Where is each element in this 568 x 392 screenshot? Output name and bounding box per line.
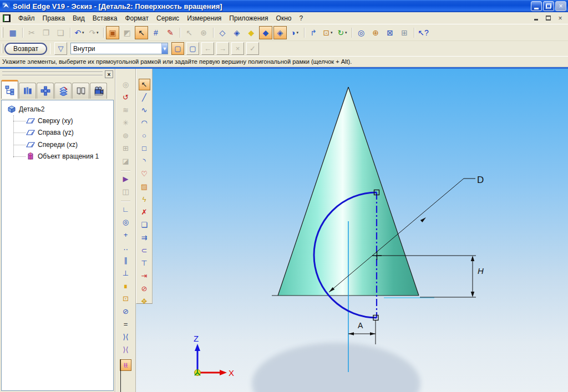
menu-file[interactable]: Файл <box>14 13 39 23</box>
diameter-label[interactable]: D <box>477 175 484 185</box>
curve-button[interactable]: ∿ <box>139 104 150 116</box>
select-overlap-button[interactable]: ◩ <box>120 26 134 39</box>
view-shaded-button[interactable]: ◆ <box>245 26 258 39</box>
thin-region-button[interactable]: ▶ <box>120 173 131 185</box>
tree-item-part[interactable]: Деталь2 <box>7 103 44 115</box>
menu-applications[interactable]: Приложения <box>225 13 272 23</box>
view-sphere-button[interactable]: ◑ ▾ <box>288 26 301 39</box>
undo-button[interactable]: ↶ ▾ <box>73 26 86 39</box>
arc-button[interactable]: ◠ <box>139 117 150 129</box>
select-overlap-mode-button[interactable]: ▢ <box>186 42 199 55</box>
tab-animation[interactable] <box>90 83 107 99</box>
redo-button[interactable]: ↷ ▾ <box>87 26 100 39</box>
dropdown-arrow-icon[interactable]: ▾ <box>97 30 99 35</box>
copy-button[interactable]: ❐ <box>39 26 53 39</box>
mdi-minimize-button[interactable] <box>531 14 540 22</box>
equal-button[interactable]: = <box>120 318 131 330</box>
rotate-view-button[interactable]: ↻ ▾ <box>336 26 349 39</box>
pattern-rosette-button[interactable]: ✳ <box>120 117 131 129</box>
trim-button[interactable]: ϟ <box>139 194 150 205</box>
select-tool-button[interactable]: ↖ <box>135 26 148 39</box>
tree-item-front-plane[interactable]: Спереди (xz) <box>2 139 113 151</box>
edgebar-drag-handle[interactable] <box>2 72 103 76</box>
dropdown-arrow-icon[interactable]: ▾ <box>296 30 298 35</box>
view-wireframe-button[interactable]: ◇ <box>216 26 229 39</box>
dropdown-arrow-icon[interactable]: ▾ <box>331 30 333 35</box>
save-button[interactable]: ▦ <box>6 26 19 39</box>
toolbar-grip[interactable] <box>2 27 3 38</box>
minimize-button[interactable] <box>531 1 542 11</box>
pattern-wave-button[interactable]: ≋ <box>120 104 131 116</box>
select-frame-button[interactable]: ▣ <box>106 26 119 39</box>
rectangle-button[interactable]: □ <box>139 142 150 154</box>
menu-help[interactable]: ? <box>295 13 307 23</box>
concentric-button[interactable]: ◎ <box>120 216 131 228</box>
region-box-button[interactable]: ◫ <box>120 186 131 197</box>
menu-window[interactable]: Окно <box>272 13 296 23</box>
menu-measure[interactable]: Измерения <box>183 13 225 23</box>
title-bar[interactable]: Solid Edge V19 - Эскиз - [Деталь2: Повер… <box>0 0 568 12</box>
grid-button[interactable]: # <box>149 26 163 39</box>
include-button[interactable]: ❏ <box>139 219 150 231</box>
dropdown-arrow-icon[interactable]: ▾ <box>345 30 347 35</box>
line-button[interactable]: ╱ <box>139 91 150 103</box>
dropdown-arrow-icon[interactable]: ▾ <box>82 30 84 35</box>
restore-button[interactable] <box>543 1 554 11</box>
mdi-close-button[interactable]: × <box>556 14 565 22</box>
close-button[interactable]: × <box>555 1 566 11</box>
zoom-area-button[interactable]: ◎ <box>354 26 368 39</box>
fit-button[interactable]: ⊠ <box>383 26 397 39</box>
circle-button[interactable]: ○ <box>139 130 150 141</box>
move-button[interactable]: ✥ <box>139 296 150 307</box>
tab-feature-pathfinder[interactable] <box>1 80 18 99</box>
view-shaded-edges-button[interactable]: ◆ <box>259 26 272 39</box>
view-config-button[interactable]: ⊡ ▾ <box>321 26 334 39</box>
attach-button[interactable]: ⊛ <box>197 26 210 39</box>
stretch-button[interactable]: ⇥ <box>139 270 150 282</box>
contour-button[interactable]: ♡ <box>139 168 150 180</box>
trim-corner-button[interactable]: ✗ <box>139 206 150 218</box>
cancel-button[interactable]: × <box>231 42 244 55</box>
menu-insert[interactable]: Вставка <box>89 13 121 23</box>
zoom-button[interactable]: ⊕ <box>369 26 382 39</box>
tree-item-revolve[interactable]: Объект вращения 1 <box>2 151 113 163</box>
menu-format[interactable]: Формат <box>121 13 153 23</box>
perpendicular-button[interactable]: ⊥ <box>120 267 131 279</box>
view-visible-hidden-button[interactable]: ◈ <box>273 26 287 39</box>
pattern-fill-button[interactable]: ◪ <box>120 155 131 167</box>
symmetric-button[interactable]: ⟩⟨ <box>120 331 131 343</box>
menu-edit[interactable]: Правка <box>39 13 69 23</box>
symmetric-offset-button[interactable]: ⊂ <box>139 245 150 256</box>
paste-button[interactable]: ❑ <box>54 26 67 39</box>
offset-button[interactable]: ⇉ <box>139 232 150 243</box>
offset-label[interactable]: A <box>358 321 363 330</box>
viewport-canvas[interactable]: D H A <box>115 69 568 392</box>
fillet-button[interactable]: ◝ <box>139 155 150 167</box>
accept-button[interactable]: ✓ <box>246 42 259 55</box>
select-arrow-button[interactable]: ↖ <box>139 79 150 90</box>
view-hidden-edges-button[interactable]: ◈ <box>230 26 244 39</box>
midpoint-button[interactable]: + <box>120 229 131 241</box>
symmetry-axis-button[interactable]: ŧŧ <box>120 359 131 371</box>
menu-view[interactable]: Вид <box>69 13 89 23</box>
sketch-edit-button[interactable]: ✎ <box>164 26 177 39</box>
connect-button[interactable]: ∟ <box>120 203 131 215</box>
help-button[interactable]: ↖? <box>417 26 430 39</box>
toolbar-grip-2[interactable] <box>2 44 3 53</box>
tab-library[interactable] <box>19 83 36 99</box>
circle-feature-button[interactable]: ◎ <box>120 79 131 90</box>
cut-button[interactable]: ✂ <box>25 26 38 39</box>
select-inside-mode-button[interactable]: ▢ <box>171 42 184 55</box>
height-label[interactable]: H <box>478 266 484 276</box>
tab-layers[interactable] <box>54 83 72 99</box>
prev-button[interactable]: ← <box>201 42 214 55</box>
fix-dimension-button[interactable]: ⊡ <box>120 293 131 304</box>
parallel-button[interactable]: ∥ <box>120 254 131 266</box>
edgebar-close-button[interactable]: × <box>105 70 113 78</box>
mdi-restore-button[interactable] <box>544 14 552 22</box>
pattern-grid-button[interactable]: ⊞ <box>120 142 131 154</box>
next-button[interactable]: → <box>216 42 229 55</box>
pan-button[interactable]: ⊞ <box>398 26 411 39</box>
symmetric-points-button[interactable]: ⟩⟨ <box>120 344 131 355</box>
connect-points-button[interactable]: ‥ <box>120 242 131 253</box>
